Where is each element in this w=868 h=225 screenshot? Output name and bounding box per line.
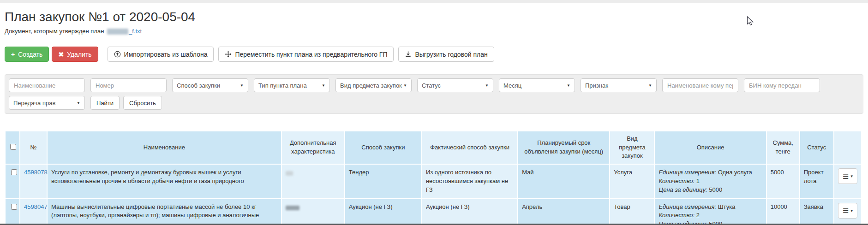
description-unit-value: Штука xyxy=(718,203,736,210)
chevron-down-icon: ▼ xyxy=(322,83,325,88)
plan-item-subject-kind: Товар xyxy=(610,199,654,225)
description-unit-label: Единица измерения: xyxy=(658,169,716,176)
export-annual-plan-button[interactable]: Выгрузить годовой план xyxy=(398,47,494,62)
plan-item-method: Аукцион (не ГЗ) xyxy=(345,199,421,225)
row-checkbox[interactable] xyxy=(11,204,17,210)
redacted-characteristic-blur xyxy=(286,206,299,210)
chevron-down-icon: ▼ xyxy=(648,83,652,88)
plan-item-actual-method: Аукцион (не ГЗ) xyxy=(422,199,517,225)
plan-item-status: Заявка xyxy=(800,199,833,225)
col-header-method: Способ закупки xyxy=(345,131,421,164)
delete-button-label: Удалить xyxy=(67,51,91,58)
approved-doc-link-suffix: _f.txt xyxy=(129,28,142,35)
chevron-down-icon: ▼ xyxy=(240,83,244,88)
col-header-amount: Сумма, тенге xyxy=(767,131,799,164)
description-unit-label: Единица измерения: xyxy=(658,203,716,210)
row-actions-menu-button[interactable]: ☰ ▾ xyxy=(838,168,857,184)
plan-item-number-link[interactable]: 4598047 xyxy=(24,203,48,210)
plan-item-name: Машины вычислительные цифровые портативн… xyxy=(48,199,281,225)
filter-month-select[interactable]: Месяц ▼ xyxy=(499,78,575,92)
plan-item-description: Единица измерения: Штука Количество: 2 Ц… xyxy=(655,199,766,225)
filter-subject-kind-label: Вид предмета закупок xyxy=(340,82,402,89)
plan-item-month: Май xyxy=(518,165,609,198)
move-icon xyxy=(225,51,232,58)
filter-status-label: Статус xyxy=(422,82,441,89)
import-from-template-button[interactable]: Импортировать из шаблона xyxy=(108,47,214,62)
col-header-number: № xyxy=(20,131,47,164)
download-icon xyxy=(405,51,412,58)
filter-sign-label: Признак xyxy=(585,82,608,89)
filter-month-label: Месяц xyxy=(503,82,521,89)
move-button-label: Переместить пункт плана из предварительн… xyxy=(235,51,387,58)
plus-icon: + xyxy=(11,51,15,58)
filter-panel: Способ закупки ▼ Тип пункта плана ▼ Вид … xyxy=(5,74,863,114)
approved-doc-line: Документ, которым утвержден план _f.txt xyxy=(5,28,863,35)
filter-row-1: Способ закупки ▼ Тип пункта плана ▼ Вид … xyxy=(9,78,859,92)
menu-icon: ☰ xyxy=(843,207,849,214)
plan-item-amount: 5000 xyxy=(767,165,799,198)
cross-icon: ✖ xyxy=(58,51,64,58)
reset-button[interactable]: Сбросить xyxy=(123,96,162,110)
top-chrome-strip xyxy=(0,0,868,3)
filter-number-input[interactable] xyxy=(90,78,167,92)
col-header-planned-month: Планируемый срок объявления закупки (мес… xyxy=(518,131,609,164)
col-header-extra-characteristic: Дополнительная характеристика xyxy=(282,131,344,164)
approved-doc-link[interactable]: _f.txt xyxy=(106,28,142,35)
plan-item-month: Апрель xyxy=(518,199,609,225)
row-actions-menu-button[interactable]: ☰ ▾ xyxy=(838,203,857,219)
filter-transfer-bin-input[interactable] xyxy=(744,78,820,92)
page-title: План закупок №1 от 2020-05-04 xyxy=(5,10,863,24)
col-header-subject-kind: Вид предмета закупок xyxy=(610,131,654,164)
filter-row-2: Передача прав ▼ Найти Сбросить xyxy=(9,96,859,110)
delete-button[interactable]: ✖ Удалить xyxy=(52,47,98,62)
chevron-down-icon: ▼ xyxy=(403,83,407,88)
description-price-value: 5000 xyxy=(709,186,722,193)
plan-item-number-link[interactable]: 4598078 xyxy=(24,169,48,176)
description-unit-value: Одна услуга xyxy=(718,169,752,176)
chevron-down-icon: ▾ xyxy=(850,208,853,213)
description-qty-label: Количество: xyxy=(658,212,694,219)
filter-sign-select[interactable]: Признак ▼ xyxy=(581,78,657,92)
col-header-name: Наименование xyxy=(48,131,281,164)
import-button-label: Импортировать из шаблона xyxy=(124,51,208,58)
col-header-status: Статус xyxy=(800,131,833,164)
row-checkbox[interactable] xyxy=(11,169,17,175)
col-header-description: Описание xyxy=(655,131,766,164)
filter-rights-transfer-select[interactable]: Передача прав ▼ xyxy=(9,96,85,110)
plan-item-name: Услуги по установке, ремонту и демонтажу… xyxy=(48,165,281,198)
filter-plan-item-type-select[interactable]: Тип пункта плана ▼ xyxy=(254,78,330,92)
plan-table: № Наименование Дополнительная характерис… xyxy=(5,130,862,225)
create-button[interactable]: + Создать xyxy=(5,47,49,62)
toolbar: + Создать ✖ Удалить Импортировать из шаб… xyxy=(5,47,863,62)
col-header-actions xyxy=(834,131,861,164)
filter-transfer-name-input[interactable] xyxy=(662,78,738,92)
description-price-label: Цена за единицу: xyxy=(658,186,707,193)
filter-name-input[interactable] xyxy=(9,78,85,92)
table-row: 4598078 Услуги по установке, ремонту и д… xyxy=(6,165,861,198)
plan-item-subject-kind: Услуга xyxy=(610,165,654,198)
filter-subject-kind-select[interactable]: Вид предмета закупок ▼ xyxy=(335,78,412,92)
import-icon xyxy=(114,51,121,58)
plan-item-amount: 10000 xyxy=(767,199,799,225)
chevron-down-icon: ▼ xyxy=(77,101,80,105)
select-all-checkbox[interactable] xyxy=(10,144,16,150)
search-button[interactable]: Найти xyxy=(90,96,120,110)
col-header-actual-method: Фактический способ закупки xyxy=(422,131,517,164)
chevron-down-icon: ▼ xyxy=(485,83,489,88)
redacted-characteristic-blur xyxy=(286,171,293,176)
plan-item-description: Единица измерения: Одна услуга Количеств… xyxy=(655,165,766,198)
create-button-label: Создать xyxy=(18,51,42,58)
chevron-down-icon: ▼ xyxy=(567,83,570,88)
plan-item-status: Проект лота xyxy=(800,165,833,198)
description-qty-label: Количество: xyxy=(658,178,694,184)
plan-table-wrap: № Наименование Дополнительная характерис… xyxy=(5,130,863,225)
approved-doc-label: Документ, которым утвержден план xyxy=(5,28,104,35)
move-plan-item-button[interactable]: Переместить пункт плана из предварительн… xyxy=(218,47,394,62)
plan-item-method: Тендер xyxy=(345,165,421,198)
filter-plan-item-type-label: Тип пункта плана xyxy=(258,82,307,89)
chevron-down-icon: ▾ xyxy=(850,174,853,178)
export-button-label: Выгрузить годовой план xyxy=(415,51,487,58)
redacted-filename-blur xyxy=(107,29,128,35)
filter-status-select[interactable]: Статус ▼ xyxy=(417,78,493,92)
filter-method-select[interactable]: Способ закупки ▼ xyxy=(172,78,248,92)
